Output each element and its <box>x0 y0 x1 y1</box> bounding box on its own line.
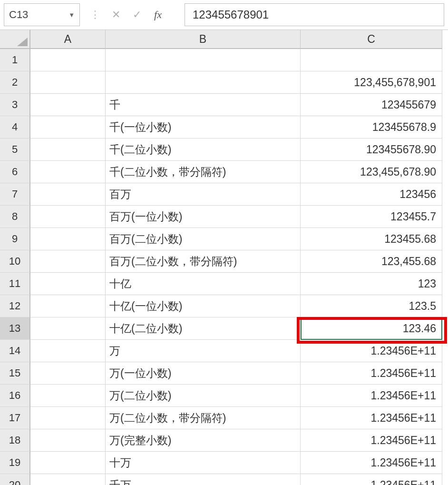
row-header[interactable]: 10 <box>0 250 30 273</box>
cell[interactable]: 十万 <box>106 452 301 474</box>
row-header[interactable]: 17 <box>0 407 30 429</box>
cancel-icon[interactable]: ✕ <box>106 4 127 25</box>
cell[interactable]: 万(二位小数) <box>106 385 301 407</box>
cell[interactable] <box>30 94 106 116</box>
cell[interactable]: 万(二位小数，带分隔符) <box>106 407 301 429</box>
cell[interactable] <box>30 250 106 273</box>
row-header[interactable]: 18 <box>0 429 30 452</box>
cell[interactable]: 十亿 <box>106 273 301 295</box>
sheet-wrapper: ABC12123,455,678,9013千1234556794千(一位小数)1… <box>0 30 448 485</box>
cell[interactable]: 123455.7 <box>301 206 442 228</box>
cell[interactable]: 1.23456E+11 <box>301 362 442 385</box>
cell[interactable]: 千(一位小数) <box>106 116 301 139</box>
cell[interactable]: 千(二位小数) <box>106 139 301 161</box>
row-header[interactable]: 19 <box>0 452 30 474</box>
cell[interactable] <box>30 295 106 317</box>
cell[interactable] <box>30 273 106 295</box>
row-header[interactable]: 4 <box>0 116 30 139</box>
row-header[interactable]: 3 <box>0 94 30 116</box>
row-header[interactable]: 16 <box>0 385 30 407</box>
formula-input[interactable]: 123455678901 <box>185 3 444 26</box>
cell[interactable]: 万(完整小数) <box>106 429 301 452</box>
row-header[interactable]: 11 <box>0 273 30 295</box>
cell[interactable]: 十亿(二位小数) <box>106 317 301 340</box>
cell[interactable] <box>30 407 106 429</box>
spreadsheet-grid[interactable]: ABC12123,455,678,9013千1234556794千(一位小数)1… <box>0 30 448 485</box>
cell[interactable] <box>30 183 106 206</box>
cell[interactable]: 1.23456E+11 <box>301 452 442 474</box>
column-header-C[interactable]: C <box>301 30 442 49</box>
cell[interactable] <box>30 71 106 94</box>
cell[interactable]: 123456 <box>301 183 442 206</box>
formula-value: 123455678901 <box>193 8 269 21</box>
row-header[interactable]: 8 <box>0 206 30 228</box>
cell[interactable] <box>30 429 106 452</box>
row-header[interactable]: 12 <box>0 295 30 317</box>
cell[interactable]: 123 <box>301 273 442 295</box>
cell[interactable] <box>30 474 106 485</box>
cell[interactable]: 123,455,678.90 <box>301 161 442 183</box>
name-box-value: C13 <box>9 9 28 21</box>
row-header[interactable]: 2 <box>0 71 30 94</box>
cell[interactable]: 123.5 <box>301 295 442 317</box>
row-header[interactable]: 20 <box>0 474 30 485</box>
cell[interactable] <box>301 49 442 71</box>
cell[interactable]: 1.23456E+11 <box>301 407 442 429</box>
cell[interactable]: 百万(二位小数，带分隔符) <box>106 250 301 273</box>
cell[interactable]: 十亿(一位小数) <box>106 295 301 317</box>
cell[interactable] <box>30 206 106 228</box>
row-header[interactable]: 15 <box>0 362 30 385</box>
cell[interactable] <box>106 71 301 94</box>
cell[interactable]: 1.23456E+11 <box>301 474 442 485</box>
cell[interactable] <box>30 139 106 161</box>
enter-icon[interactable]: ✓ <box>127 4 147 25</box>
formula-bar: C13 ▼ ⋮ ✕ ✓ fx 123455678901 <box>0 0 448 30</box>
cell[interactable]: 千万 <box>106 474 301 485</box>
cell[interactable]: 千(二位小数，带分隔符) <box>106 161 301 183</box>
cell[interactable]: 百万(一位小数) <box>106 206 301 228</box>
formula-bar-buttons: ⋮ ✕ ✓ fx <box>85 4 180 25</box>
cell[interactable]: 123455678.90 <box>301 139 442 161</box>
cell[interactable] <box>30 228 106 250</box>
cell[interactable] <box>30 116 106 139</box>
cell[interactable]: 万 <box>106 340 301 362</box>
row-header[interactable]: 13 <box>0 317 30 340</box>
cell[interactable]: 123.46 <box>301 317 442 340</box>
cell[interactable] <box>30 362 106 385</box>
cell[interactable]: 百万 <box>106 183 301 206</box>
name-box-dropdown-icon[interactable]: ▼ <box>68 11 75 19</box>
name-box[interactable]: C13 ▼ <box>4 3 80 26</box>
cell[interactable] <box>30 49 106 71</box>
select-all-corner[interactable] <box>0 30 30 49</box>
column-header-B[interactable]: B <box>106 30 301 49</box>
row-header[interactable]: 6 <box>0 161 30 183</box>
cell[interactable] <box>30 161 106 183</box>
row-header[interactable]: 9 <box>0 228 30 250</box>
cell[interactable]: 123455.68 <box>301 228 442 250</box>
fx-icon[interactable]: fx <box>147 4 168 25</box>
row-header[interactable]: 14 <box>0 340 30 362</box>
cell[interactable]: 千 <box>106 94 301 116</box>
cell[interactable]: 1.23456E+11 <box>301 385 442 407</box>
cell[interactable]: 1.23456E+11 <box>301 340 442 362</box>
cell[interactable] <box>30 317 106 340</box>
cell[interactable]: 123,455,678,901 <box>301 71 442 94</box>
cell[interactable]: 123,455.68 <box>301 250 442 273</box>
row-header[interactable]: 7 <box>0 183 30 206</box>
cell[interactable]: 1.23456E+11 <box>301 429 442 452</box>
cell[interactable] <box>106 49 301 71</box>
cell[interactable]: 万(一位小数) <box>106 362 301 385</box>
cell[interactable]: 百万(二位小数) <box>106 228 301 250</box>
row-header[interactable]: 1 <box>0 49 30 71</box>
divider-icon: ⋮ <box>85 4 106 25</box>
cell[interactable] <box>30 452 106 474</box>
cell[interactable] <box>30 385 106 407</box>
column-header-A[interactable]: A <box>30 30 106 49</box>
cell[interactable]: 123455679 <box>301 94 442 116</box>
row-header[interactable]: 5 <box>0 139 30 161</box>
cell[interactable] <box>30 340 106 362</box>
cell[interactable]: 123455678.9 <box>301 116 442 139</box>
